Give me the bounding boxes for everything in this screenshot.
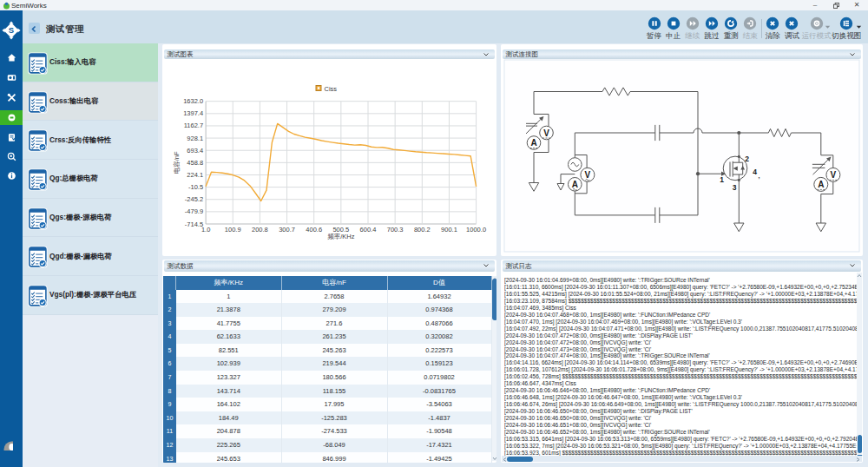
- svg-text:800.2: 800.2: [414, 226, 431, 234]
- svg-text:S: S: [9, 25, 14, 35]
- svg-text:‚: ‚: [759, 173, 760, 180]
- svg-text:900.1: 900.1: [441, 226, 457, 234]
- svg-text:A: A: [818, 179, 824, 188]
- svg-text:2: 2: [745, 155, 749, 163]
- svg-text:-10.5: -10.5: [188, 183, 203, 191]
- svg-text:1000.0: 1000.0: [466, 226, 486, 234]
- svg-text:V: V: [543, 128, 549, 137]
- svg-text:928.1: 928.1: [187, 134, 203, 141]
- svg-text:1: 1: [720, 175, 724, 184]
- svg-text:V: V: [831, 169, 837, 179]
- svg-text:1162.7: 1162.7: [184, 122, 203, 129]
- svg-text:693.4: 693.4: [187, 146, 203, 154]
- svg-text:4: 4: [753, 167, 757, 175]
- svg-text:频率/KHz: 频率/KHz: [327, 232, 355, 240]
- svg-text:-245.2: -245.2: [185, 195, 203, 203]
- svg-text:200.8: 200.8: [252, 226, 268, 234]
- svg-text:700.3: 700.3: [387, 226, 404, 234]
- svg-text:V: V: [585, 169, 591, 179]
- svg-text:3: 3: [733, 183, 737, 192]
- svg-text:A: A: [530, 138, 536, 148]
- svg-text:Ciss: Ciss: [325, 84, 338, 92]
- svg-text:1632.0: 1632.0: [183, 97, 203, 105]
- svg-text:1.0: 1.0: [201, 226, 210, 234]
- svg-text:A: A: [572, 179, 578, 188]
- svg-text:600.4: 600.4: [360, 226, 377, 234]
- svg-text:224.1: 224.1: [187, 170, 203, 178]
- svg-text:300.7: 300.7: [279, 226, 295, 234]
- svg-text:电容/nF: 电容/nF: [173, 150, 181, 173]
- svg-text:-479.9: -479.9: [185, 207, 203, 215]
- svg-text:100.9: 100.9: [225, 226, 241, 234]
- svg-text:400.6: 400.6: [306, 226, 322, 234]
- svg-text:458.8: 458.8: [187, 158, 203, 166]
- svg-text:1397.4: 1397.4: [183, 109, 203, 117]
